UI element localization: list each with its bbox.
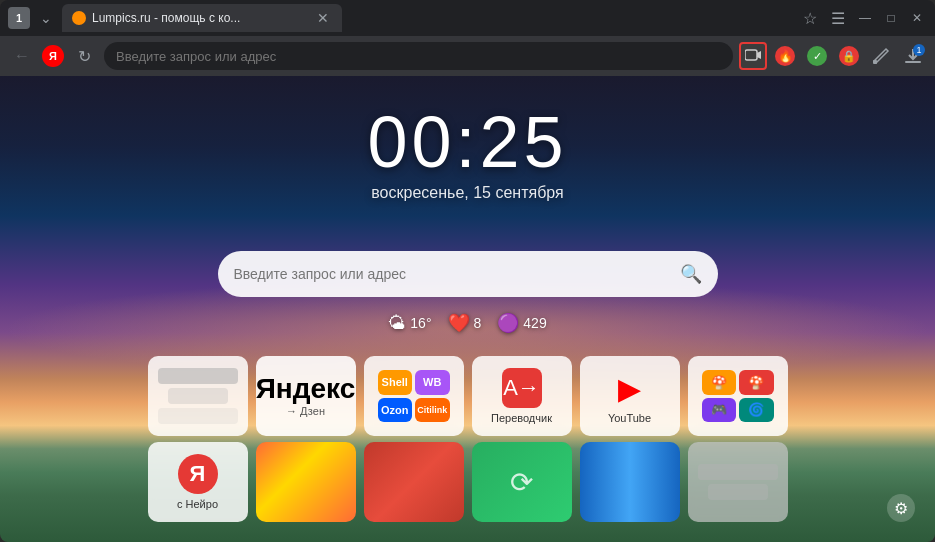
- main-content: 00:25 воскресенье, 15 сентября 🔍 🌤 16° ❤…: [0, 76, 935, 542]
- page-search-input[interactable]: [234, 266, 672, 282]
- mini-tile-shell: Shell: [378, 370, 413, 395]
- tile-neiro[interactable]: Я с Нейро: [148, 442, 248, 522]
- weather-sun-icon: 🌤: [388, 313, 406, 334]
- green-icon: ⟳: [510, 466, 533, 499]
- mini-tile-game1: 🍄: [702, 370, 737, 395]
- maximize-button[interactable]: □: [881, 8, 901, 28]
- tile-colorful-1[interactable]: [256, 442, 356, 522]
- address-input[interactable]: [104, 42, 733, 70]
- extension-red-icon: 🔥: [775, 46, 795, 66]
- clock-date: воскресенье, 15 сентября: [367, 184, 567, 202]
- youtube-icon: ▶: [610, 368, 650, 408]
- yandex-logo-big: Яндекс: [256, 375, 356, 403]
- extension-red-button[interactable]: 🔥: [771, 42, 799, 70]
- back-button[interactable]: ←: [8, 42, 36, 70]
- tile-gray[interactable]: [688, 442, 788, 522]
- tile-split-grid: Shell WB Ozon Citilink: [370, 362, 458, 430]
- tile-blurred[interactable]: [148, 356, 248, 436]
- weather-temp: 16°: [410, 315, 431, 331]
- download-button[interactable]: 1: [899, 42, 927, 70]
- youtube-label: YouTube: [608, 412, 651, 424]
- mini-tile-ozon: Ozon: [378, 398, 413, 423]
- weather-plus-item: 🟣 429: [497, 312, 546, 334]
- mini-tile-game2: 🍄: [739, 370, 774, 395]
- mini-tile-game4: 🌀: [739, 398, 774, 423]
- screen-record-button[interactable]: [739, 42, 767, 70]
- svg-rect-2: [873, 60, 877, 64]
- browser-window: 1 ⌄ Lumpics.ru - помощь с ко... ✕ ☆ ☰ — …: [0, 0, 935, 542]
- neiro-label: с Нейро: [177, 498, 218, 510]
- weather-plus-count: 429: [523, 315, 546, 331]
- yandex-logo-button[interactable]: Я: [42, 45, 64, 67]
- yandex-dzen-label: → Дзен: [286, 405, 325, 417]
- address-bar-row: ← Я ↻ 🔥 ✓ 🔒: [0, 36, 935, 76]
- tiles-row-2: Я с Нейро ⟳: [148, 442, 788, 522]
- tile-colorful-2[interactable]: [364, 442, 464, 522]
- tile-wb-shell[interactable]: Shell WB Ozon Citilink: [364, 356, 464, 436]
- weather-heart-icon: ❤️: [448, 312, 470, 334]
- bookmark-icon[interactable]: ☆: [799, 7, 821, 30]
- blur-row-1: [158, 368, 238, 384]
- blur-row-3: [158, 408, 238, 424]
- paint-button[interactable]: [867, 42, 895, 70]
- download-badge: 1: [913, 44, 925, 56]
- translator-label: Переводчик: [491, 412, 552, 424]
- blur-row-2: [168, 388, 228, 404]
- mini-tile-wb: WB: [415, 370, 450, 395]
- clock-container: 00:25 воскресенье, 15 сентября: [367, 106, 567, 202]
- active-tab[interactable]: Lumpics.ru - помощь с ко... ✕: [62, 4, 342, 32]
- gray-blur-2: [708, 484, 768, 500]
- svg-rect-3: [905, 61, 921, 63]
- tile-yandex[interactable]: Яндекс → Дзен: [256, 356, 356, 436]
- weather-plus-icon: 🟣: [497, 312, 519, 334]
- minimize-button[interactable]: —: [855, 8, 875, 28]
- weather-bar: 🌤 16° ❤️ 8 🟣 429: [388, 312, 546, 334]
- tile-green[interactable]: ⟳: [472, 442, 572, 522]
- toolbar-icons: 🔥 ✓ 🔒 1: [739, 42, 927, 70]
- title-bar: 1 ⌄ Lumpics.ru - помощь с ко... ✕ ☆ ☰ — …: [0, 0, 935, 36]
- gray-blur-1: [698, 464, 778, 480]
- weather-hearts-count: 8: [474, 315, 482, 331]
- extension-green-icon: ✓: [807, 46, 827, 66]
- page-search-bar[interactable]: 🔍: [218, 251, 718, 297]
- neiro-icon: Я: [178, 454, 218, 494]
- browser-menu-button[interactable]: ☰: [827, 7, 849, 30]
- mini-tile-game3: 🎮: [702, 398, 737, 423]
- tile-blue-gradient[interactable]: [580, 442, 680, 522]
- clock-time: 00:25: [367, 106, 567, 178]
- close-button[interactable]: ✕: [907, 8, 927, 28]
- tab-favicon: [72, 11, 86, 25]
- extension-lock-button[interactable]: 🔒: [835, 42, 863, 70]
- search-lens-icon[interactable]: 🔍: [680, 263, 702, 285]
- extension-lock-icon: 🔒: [839, 46, 859, 66]
- settings-button[interactable]: ⚙: [887, 494, 915, 522]
- tile-youtube[interactable]: ▶ YouTube: [580, 356, 680, 436]
- weather-temp-item: 🌤 16°: [388, 313, 431, 334]
- svg-rect-0: [745, 50, 757, 60]
- mini-tile-citilink: Citilink: [415, 398, 450, 423]
- translator-icon: А→: [502, 368, 542, 408]
- tile-misc-split[interactable]: 🍄 🍄 🎮 🌀: [688, 356, 788, 436]
- tab-dropdown-arrow[interactable]: ⌄: [36, 8, 56, 28]
- extension-green-button[interactable]: ✓: [803, 42, 831, 70]
- tab-close-button[interactable]: ✕: [314, 9, 332, 27]
- tab-count-badge[interactable]: 1: [8, 7, 30, 29]
- tile-translator[interactable]: А→ Переводчик: [472, 356, 572, 436]
- tab-title: Lumpics.ru - помощь с ко...: [92, 11, 308, 25]
- tiles-row-1: Яндекс → Дзен Shell WB Ozon Citilink А→ …: [148, 356, 788, 436]
- weather-hearts-item: ❤️ 8: [448, 312, 482, 334]
- refresh-button[interactable]: ↻: [70, 42, 98, 70]
- tile-split-grid-2: 🍄 🍄 🎮 🌀: [694, 362, 782, 430]
